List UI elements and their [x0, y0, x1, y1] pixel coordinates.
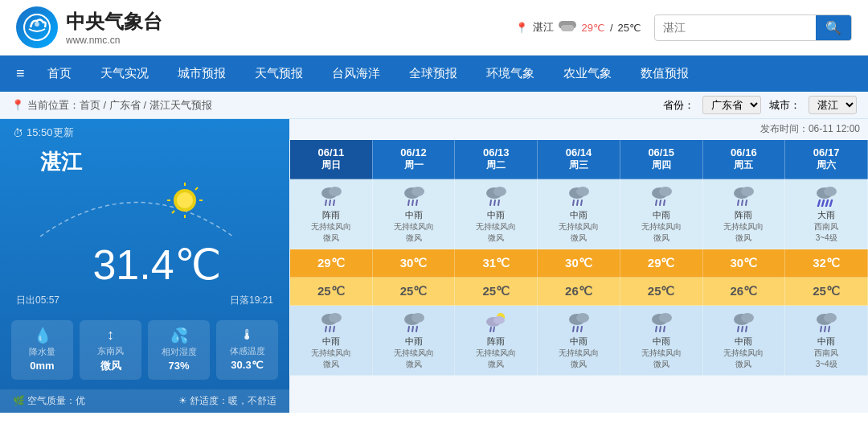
nav-home[interactable]: 首页 [33, 56, 86, 91]
svg-line-82 [829, 327, 829, 331]
svg-point-74 [741, 313, 754, 323]
svg-point-28 [576, 187, 589, 196]
svg-point-64 [576, 313, 589, 323]
night-wind-5: 无持续风向 [706, 348, 782, 359]
publish-time: 发布时间：06-11 12:00 [289, 119, 868, 139]
nav-weather-live[interactable]: 天气实况 [86, 56, 163, 91]
night-weather-desc-6: 中雨 [788, 335, 864, 348]
weekday-2: 周二 [465, 158, 527, 172]
city-select[interactable]: 湛江 [809, 96, 857, 114]
nav-numerical[interactable]: 数值预报 [626, 56, 703, 91]
high-temp-1: 30℃ [372, 249, 455, 278]
breadcrumb-icon: 📍 [11, 99, 24, 111]
comfort-text: ☀ 舒适度：暖，不舒适 [178, 394, 276, 408]
weekday-1: 周一 [383, 158, 445, 172]
clock-icon: ⏱ [13, 127, 23, 139]
svg-line-77 [746, 327, 747, 331]
night-wind2-5: 微风 [706, 359, 782, 370]
night-icon-3 [541, 311, 616, 335]
svg-line-20 [412, 200, 413, 205]
logo-text: 中央气象台 www.nmc.cn [66, 9, 162, 46]
night-weather-desc-1: 中雨 [376, 335, 452, 348]
svg-line-16 [334, 200, 334, 205]
svg-point-23 [493, 187, 506, 196]
high-temp-0: 29℃ [290, 249, 373, 278]
forecast-table: 06/11 周日 06/12 周一 06/13 周二 06/14 周三 06/1… [289, 139, 868, 376]
day-wind2-3: 微风 [541, 233, 616, 244]
location-icon: 📍 [515, 22, 528, 34]
search-button[interactable]: 🔍 [816, 15, 851, 40]
svg-line-15 [330, 200, 330, 205]
night-weather-4: 中雨 无持续风向 微风 [620, 306, 702, 376]
date-0: 06/11 [300, 146, 362, 158]
night-icon-0 [293, 311, 369, 335]
svg-line-30 [577, 200, 578, 205]
svg-line-57 [416, 327, 417, 331]
night-wind-0: 无持续风向 [293, 348, 369, 359]
night-wind2-0: 微风 [293, 359, 369, 370]
day-weather-desc-0: 阵雨 [293, 209, 369, 221]
day-header-0: 06/11 周日 [290, 140, 373, 179]
stat-humidity-value: 73% [153, 360, 205, 372]
day-header-4: 06/15 周四 [620, 140, 702, 179]
svg-point-60 [493, 316, 505, 324]
low-temp-5: 26℃ [702, 278, 785, 306]
stat-wind-value: 微风 [84, 359, 137, 373]
breadcrumb: 📍 当前位置：首页 / 广东省 / 湛江天气预报 [11, 98, 212, 113]
svg-line-24 [490, 200, 491, 205]
svg-line-67 [581, 327, 582, 331]
svg-point-18 [411, 187, 424, 196]
nav-agriculture[interactable]: 农业气象 [549, 56, 626, 91]
day-header-2: 06/13 周二 [455, 140, 538, 179]
air-quality-bar: 🌿 空气质量：优 ☀ 舒适度：暖，不舒适 [0, 389, 289, 413]
city-label-main: 湛江 [16, 140, 273, 176]
night-wind2-1: 微风 [376, 359, 452, 370]
night-icon-5 [706, 311, 782, 335]
day-header-6: 06/17 周六 [785, 140, 868, 179]
logo-icon [16, 6, 58, 48]
svg-point-33 [659, 187, 672, 196]
day-icon-5 [706, 184, 782, 209]
svg-line-71 [660, 327, 661, 331]
nav-city-forecast[interactable]: 城市预报 [163, 56, 240, 91]
weekday-4: 周四 [630, 158, 693, 172]
nav-environment[interactable]: 环境气象 [472, 56, 549, 91]
nav-bar: ≡ 首页 天气实况 城市预报 天气预报 台风海洋 全球预报 环境气象 农业气象 … [0, 56, 868, 92]
site-title: 中央气象台 [66, 9, 162, 35]
stat-humidity-label: 相对湿度 [153, 346, 205, 358]
province-label: 省份： [663, 98, 694, 113]
weekday-6: 周六 [795, 158, 858, 172]
top-right-area: 📍 湛江 29℃ / 25℃ 🔍 [515, 14, 852, 41]
nav-global[interactable]: 全球预报 [395, 56, 472, 91]
night-weather-1: 中雨 无持续风向 微风 [372, 306, 455, 376]
province-select[interactable]: 广东省 [702, 96, 761, 114]
night-icon-4 [624, 311, 699, 335]
day-wind-1: 无持续风向 [376, 221, 452, 233]
humidity-icon: 💦 [153, 327, 205, 344]
weather-cloud-icon [559, 21, 576, 34]
svg-line-66 [577, 327, 578, 331]
low-temp-1: 25℃ [372, 278, 455, 306]
svg-line-41 [746, 200, 747, 205]
nav-typhoon[interactable]: 台风海洋 [317, 56, 395, 91]
menu-icon[interactable]: ≡ [8, 56, 33, 92]
svg-point-54 [411, 313, 424, 323]
low-temp-3: 26℃ [538, 278, 620, 306]
nav-weather-forecast[interactable]: 天气预报 [240, 56, 317, 91]
svg-point-13 [329, 187, 342, 196]
search-input[interactable] [655, 16, 816, 39]
svg-line-36 [664, 200, 665, 205]
svg-point-49 [329, 313, 342, 323]
day-weather-2: 中雨 无持续风向 微风 [455, 179, 538, 249]
sun-arc-svg [24, 176, 249, 241]
night-wind-2: 无持续风向 [458, 348, 534, 359]
stat-feels-like: 🌡 体感温度 30.3℃ [216, 320, 278, 380]
svg-line-39 [738, 200, 739, 205]
stat-feels-label: 体感温度 [221, 345, 273, 357]
date-2: 06/13 [465, 146, 527, 158]
night-wind-3: 无持续风向 [541, 348, 616, 359]
night-weather-desc-3: 中雨 [541, 335, 616, 348]
night-icon-2 [458, 311, 534, 335]
thermometer-icon: 🌡 [221, 327, 273, 344]
day-weather-desc-4: 中雨 [624, 209, 699, 221]
